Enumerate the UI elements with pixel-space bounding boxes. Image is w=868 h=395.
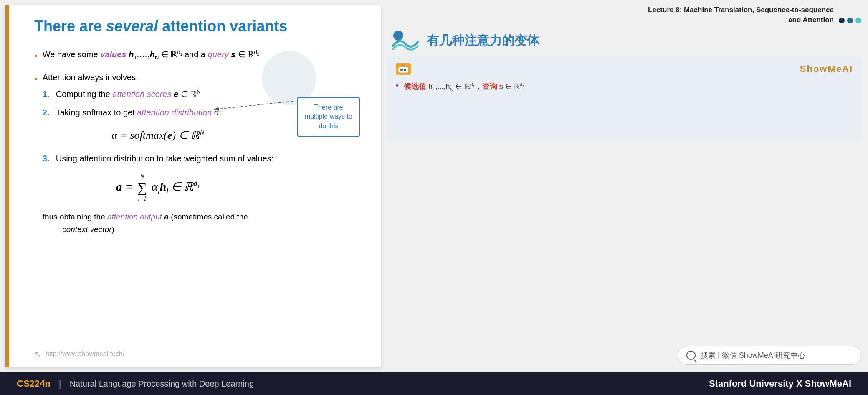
footer-left: CS224n | Natural Language Processing wit… [17, 378, 254, 389]
lecture-header: Lecture 8: Machine Translation, Sequence… [387, 3, 861, 25]
title-italic: several [106, 18, 158, 35]
watermark-icon: ↖ [34, 349, 41, 359]
conclusion-text: thus obtaining the attention output a (s… [43, 211, 273, 236]
footer-university: Stanford University [709, 378, 794, 389]
showmeai-card: ShowMeAI • 候选值 h1,...,hN ∈ ℝd1，查询 s ∈ ℝd… [387, 56, 861, 140]
card-bullet-text: 候选值 h1,...,hN ∈ ℝd1，查询 s ∈ ℝd2 [404, 81, 524, 93]
search-bar[interactable]: 搜索 | 微信 ShowMeAI研究中心 [678, 346, 861, 365]
numbered-item-1: 1. Computing the attention scores e ∈ ℝN [43, 87, 273, 101]
svg-point-4 [400, 69, 403, 71]
bullet-1: • We have some values h1,…,hN ∈ ℝd1 and … [34, 48, 360, 63]
svg-point-7 [403, 64, 404, 66]
wave-icon [391, 29, 420, 52]
lecture-dots [839, 18, 861, 23]
slide-title: There are several attention variants [34, 18, 360, 35]
query-text: query [208, 50, 229, 59]
annotation-box: There are multiple ways to do this [297, 97, 360, 137]
card-bullet: • 候选值 h1,...,hN ∈ ℝd1，查询 s ∈ ℝd2 [396, 81, 853, 93]
formula-alpha: α = softmax(e) ∈ ℝN [43, 127, 273, 144]
footer: CS224n | Natural Language Processing wit… [0, 372, 868, 395]
dot-3 [855, 18, 861, 23]
card-bullet-dot: • [396, 81, 399, 90]
right-panel: Lecture 8: Machine Translation, Sequence… [381, 0, 868, 372]
sum-symbol: N ∑ i=1 [137, 172, 147, 204]
footer-brand: ShowMeAI [805, 378, 851, 389]
footer-course-code: CS224n [17, 378, 51, 389]
slide-panel: There are several attention variants • W… [5, 5, 381, 367]
numbered-item-2: 2. Taking softmax to get attention distr… [43, 106, 273, 119]
lecture-title-block: Lecture 8: Machine Translation, Sequence… [648, 5, 834, 25]
bullet-dot-2: • [34, 71, 38, 86]
numbered-list: 1. Computing the attention scores e ∈ ℝN… [43, 87, 273, 119]
dot-2 [847, 18, 853, 23]
bullet-2-content: Attention always involves: 1. Computing … [43, 71, 273, 236]
numbered-list-3: 3. Using attention distribution to take … [43, 152, 273, 165]
svg-point-5 [404, 69, 406, 71]
svg-rect-3 [398, 67, 408, 73]
footer-x: X [796, 378, 805, 389]
search-icon [686, 351, 696, 360]
numbered-item-3: 3. Using attention distribution to take … [43, 152, 273, 165]
footer-divider: | [56, 378, 64, 389]
bullet-1-text: We have some values h1,…,hN ∈ ℝd1 and a … [43, 48, 259, 62]
spacer [387, 144, 861, 341]
bullet-dot-1: • [34, 48, 38, 63]
title-part2: attention variants [158, 18, 287, 35]
search-text: 搜索 | 微信 ShowMeAI研究中心 [701, 350, 805, 360]
slide-watermark: ↖ http://www.showmeai.tech/ [34, 349, 124, 359]
formula-a: a = N ∑ i=1 αihi ∈ ℝd1 [43, 172, 273, 204]
showmeai-brand: ShowMeAI [800, 64, 853, 74]
dot-1 [839, 18, 845, 23]
title-part1: There are [34, 18, 106, 35]
showmeai-robot-icon [396, 63, 411, 75]
attention-scores-text: attention scores [112, 89, 171, 99]
chinese-title: 有几种注意力的变体 [427, 32, 539, 49]
footer-right: Stanford University X ShowMeAI [709, 378, 851, 389]
showmeai-header: ShowMeAI [396, 63, 853, 75]
footer-course-name: Natural Language Processing with Deep Le… [70, 379, 254, 389]
svg-point-2 [393, 31, 403, 41]
attention-output-text: attention output [107, 212, 162, 221]
chinese-title-row: 有几种注意力的变体 [387, 29, 861, 52]
values-text: values [100, 50, 126, 59]
attention-dist-text: attention distribution [137, 108, 212, 117]
bullet-2: • Attention always involves: 1. Computin… [34, 71, 360, 236]
